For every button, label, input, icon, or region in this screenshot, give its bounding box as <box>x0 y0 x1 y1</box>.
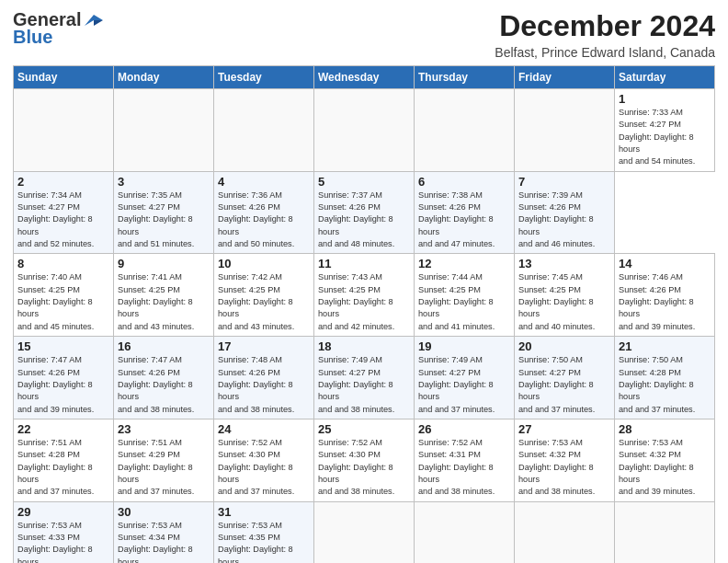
cell-info: Sunrise: 7:53 AMSunset: 4:35 PMDaylight:… <box>218 520 310 563</box>
calendar-cell: 1Sunrise: 7:33 AMSunset: 4:27 PMDaylight… <box>615 89 715 172</box>
col-header-tuesday: Tuesday <box>214 66 314 89</box>
daylight-minutes-label: and and 38 minutes. <box>118 404 210 416</box>
daylight-minutes-label: and and 50 minutes. <box>218 238 310 250</box>
calendar-cell: 10Sunrise: 7:42 AMSunset: 4:25 PMDayligh… <box>214 254 314 337</box>
daylight-minutes-label: and and 37 minutes. <box>418 404 510 416</box>
daylight-hours-label: Daylight: Daylight: 8 hours <box>218 379 310 404</box>
cell-info: Sunrise: 7:44 AMSunset: 4:25 PMDaylight:… <box>418 271 510 333</box>
calendar-cell <box>415 89 515 172</box>
sunrise-text: Sunrise: 7:49 AM <box>418 354 510 366</box>
daylight-minutes-label: and and 54 minutes. <box>619 155 711 167</box>
day-number: 10 <box>218 257 310 270</box>
col-header-wednesday: Wednesday <box>314 66 415 89</box>
calendar-cell: 4Sunrise: 7:36 AMSunset: 4:26 PMDaylight… <box>214 171 314 254</box>
daylight-hours-label: Daylight: Daylight: 8 hours <box>518 213 610 238</box>
sunrise-text: Sunrise: 7:53 AM <box>118 520 210 532</box>
daylight-minutes-label: and and 37 minutes. <box>17 486 109 498</box>
daylight-hours-label: Daylight: Daylight: 8 hours <box>218 213 310 238</box>
daylight-hours-label: Daylight: Daylight: 8 hours <box>318 462 410 487</box>
daylight-hours-label: Daylight: Daylight: 8 hours <box>518 379 610 404</box>
calendar-cell: 5Sunrise: 7:37 AMSunset: 4:26 PMDaylight… <box>314 171 415 254</box>
sunrise-text: Sunrise: 7:34 AM <box>17 190 109 201</box>
calendar-cell: 2Sunrise: 7:34 AMSunset: 4:27 PMDaylight… <box>14 171 114 254</box>
cell-info: Sunrise: 7:45 AMSunset: 4:25 PMDaylight:… <box>518 271 610 333</box>
calendar-cell: 3Sunrise: 7:35 AMSunset: 4:27 PMDaylight… <box>114 171 214 254</box>
day-number: 16 <box>118 339 210 353</box>
calendar-title: December 2024 <box>495 9 715 43</box>
cell-info: Sunrise: 7:47 AMSunset: 4:26 PMDaylight:… <box>118 354 210 416</box>
cell-info: Sunrise: 7:39 AMSunset: 4:26 PMDaylight:… <box>518 190 610 251</box>
sunrise-text: Sunrise: 7:35 AM <box>118 190 210 201</box>
cell-info: Sunrise: 7:46 AMSunset: 4:26 PMDaylight:… <box>619 271 711 333</box>
daylight-hours-label: Daylight: Daylight: 8 hours <box>619 462 711 487</box>
calendar-cell <box>14 89 114 172</box>
cell-info: Sunrise: 7:47 AMSunset: 4:26 PMDaylight:… <box>17 354 109 416</box>
sunrise-text: Sunrise: 7:49 AM <box>318 354 410 366</box>
calendar-cell: 8Sunrise: 7:40 AMSunset: 4:25 PMDaylight… <box>14 254 114 337</box>
cell-info: Sunrise: 7:38 AMSunset: 4:26 PMDaylight:… <box>418 190 510 251</box>
sunrise-text: Sunrise: 7:53 AM <box>218 520 310 532</box>
day-number: 15 <box>17 339 109 353</box>
sunset-text: Sunset: 4:27 PM <box>619 119 711 131</box>
day-number: 30 <box>118 505 210 519</box>
sunset-text: Sunset: 4:28 PM <box>17 449 109 461</box>
sunset-text: Sunset: 4:26 PM <box>17 367 109 379</box>
daylight-minutes-label: and and 40 minutes. <box>518 321 610 333</box>
daylight-minutes-label: and and 43 minutes. <box>118 321 210 333</box>
sunset-text: Sunset: 4:25 PM <box>17 284 109 296</box>
calendar-cell: 20Sunrise: 7:50 AMSunset: 4:27 PMDayligh… <box>515 337 615 419</box>
daylight-hours-label: Daylight: Daylight: 8 hours <box>619 296 711 321</box>
daylight-hours-label: Daylight: Daylight: 8 hours <box>218 544 310 563</box>
sunset-text: Sunset: 4:25 PM <box>118 284 210 296</box>
calendar-cell: 11Sunrise: 7:43 AMSunset: 4:25 PMDayligh… <box>314 254 415 337</box>
sunset-text: Sunset: 4:26 PM <box>518 201 610 213</box>
daylight-hours-label: Daylight: Daylight: 8 hours <box>418 379 510 404</box>
calendar-cell: 30Sunrise: 7:53 AMSunset: 4:34 PMDayligh… <box>114 501 214 563</box>
daylight-hours-label: Daylight: Daylight: 8 hours <box>17 544 109 563</box>
calendar-cell: 12Sunrise: 7:44 AMSunset: 4:25 PMDayligh… <box>415 254 515 337</box>
cell-info: Sunrise: 7:40 AMSunset: 4:25 PMDaylight:… <box>17 271 109 333</box>
day-number: 21 <box>619 339 711 353</box>
daylight-hours-label: Daylight: Daylight: 8 hours <box>17 462 109 487</box>
daylight-hours-label: Daylight: Daylight: 8 hours <box>218 296 310 321</box>
sunrise-text: Sunrise: 7:43 AM <box>318 271 410 283</box>
daylight-minutes-label: and and 38 minutes. <box>218 404 310 416</box>
day-number: 4 <box>218 175 310 189</box>
calendar-cell: 23Sunrise: 7:51 AMSunset: 4:29 PMDayligh… <box>114 419 214 501</box>
daylight-hours-label: Daylight: Daylight: 8 hours <box>619 379 711 404</box>
calendar-cell: 29Sunrise: 7:53 AMSunset: 4:33 PMDayligh… <box>14 501 114 563</box>
logo-blue: Blue <box>13 27 52 48</box>
daylight-minutes-label: and and 38 minutes. <box>318 404 410 416</box>
sunrise-text: Sunrise: 7:36 AM <box>218 190 310 201</box>
sunset-text: Sunset: 4:25 PM <box>418 284 510 296</box>
sunrise-text: Sunrise: 7:37 AM <box>318 190 410 201</box>
cell-info: Sunrise: 7:49 AMSunset: 4:27 PMDaylight:… <box>318 354 410 416</box>
sunset-text: Sunset: 4:27 PM <box>118 201 210 213</box>
daylight-minutes-label: and and 37 minutes. <box>118 486 210 498</box>
sunset-text: Sunset: 4:32 PM <box>518 449 610 461</box>
day-number: 31 <box>218 505 310 519</box>
cell-info: Sunrise: 7:48 AMSunset: 4:26 PMDaylight:… <box>218 354 310 416</box>
daylight-hours-label: Daylight: Daylight: 8 hours <box>218 462 310 487</box>
daylight-hours-label: Daylight: Daylight: 8 hours <box>118 379 210 404</box>
day-number: 5 <box>318 175 410 189</box>
cell-info: Sunrise: 7:35 AMSunset: 4:27 PMDaylight:… <box>118 190 210 251</box>
calendar-cell <box>515 89 615 172</box>
daylight-minutes-label: and and 38 minutes. <box>518 486 610 498</box>
sunset-text: Sunset: 4:25 PM <box>318 284 410 296</box>
daylight-hours-label: Daylight: Daylight: 8 hours <box>118 213 210 238</box>
calendar-cell <box>314 501 415 563</box>
calendar-cell: 7Sunrise: 7:39 AMSunset: 4:26 PMDaylight… <box>515 171 615 254</box>
day-number: 3 <box>118 175 210 189</box>
sunset-text: Sunset: 4:25 PM <box>218 284 310 296</box>
cell-info: Sunrise: 7:52 AMSunset: 4:30 PMDaylight:… <box>218 437 310 499</box>
col-header-friday: Friday <box>515 66 615 89</box>
col-header-sunday: Sunday <box>14 66 114 89</box>
sunrise-text: Sunrise: 7:51 AM <box>17 437 109 449</box>
calendar-cell: 13Sunrise: 7:45 AMSunset: 4:25 PMDayligh… <box>515 254 615 337</box>
daylight-hours-label: Daylight: Daylight: 8 hours <box>318 379 410 404</box>
sunrise-text: Sunrise: 7:42 AM <box>218 271 310 283</box>
sunset-text: Sunset: 4:28 PM <box>619 367 711 379</box>
day-number: 1 <box>619 92 711 106</box>
sunset-text: Sunset: 4:26 PM <box>218 367 310 379</box>
